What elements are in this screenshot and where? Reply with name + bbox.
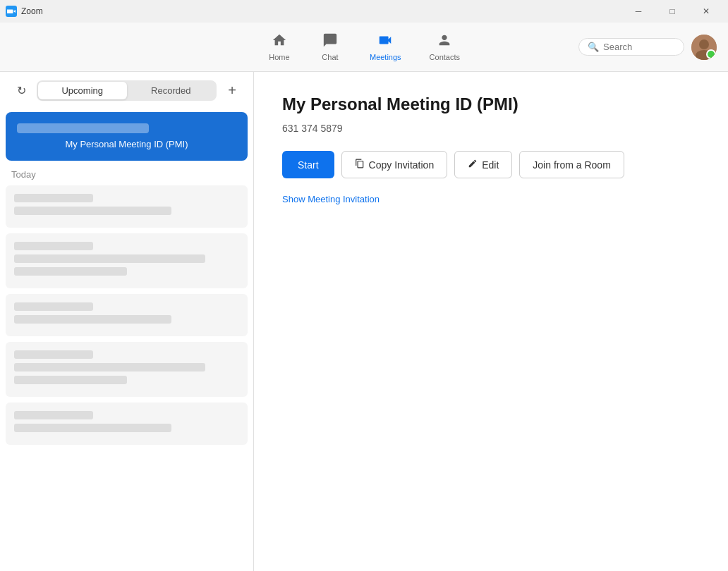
title-bar-left: Zoom [6, 6, 43, 17]
edit-button[interactable]: Edit [454, 151, 512, 178]
app-title: Zoom [21, 6, 43, 16]
chat-icon [322, 32, 338, 51]
refresh-button[interactable]: ↻ [11, 81, 31, 101]
add-meeting-button[interactable]: + [222, 81, 242, 101]
nav-label-chat: Chat [322, 53, 338, 61]
copy-icon [355, 159, 365, 171]
edit-label: Edit [482, 159, 499, 171]
tab-upcoming[interactable]: Upcoming [38, 82, 127, 99]
action-buttons: Start Copy Invitation Edi [282, 151, 700, 178]
today-label: Today [0, 164, 253, 183]
blur-line [14, 267, 127, 276]
contacts-icon [437, 32, 452, 51]
search-input[interactable] [603, 42, 674, 52]
list-item[interactable] [6, 233, 248, 288]
avatar[interactable] [691, 35, 717, 60]
meeting-blurred-time [17, 123, 149, 133]
show-meeting-invitation-link[interactable]: Show Meeting Invitation [282, 194, 380, 204]
list-item[interactable] [6, 185, 248, 228]
tab-recorded[interactable]: Recorded [127, 82, 216, 99]
blur-line [14, 302, 93, 311]
meeting-detail-title: My Personal Meeting ID (PMI) [282, 94, 700, 114]
sidebar-header: ↻ Upcoming Recorded + [0, 72, 253, 109]
meeting-id-text: 631 374 5879 [282, 123, 700, 134]
nav-label-home: Home [269, 53, 289, 61]
blur-line [14, 363, 205, 372]
minimize-button[interactable]: ─ [622, 0, 655, 23]
nav-item-home[interactable]: Home [257, 27, 302, 67]
maximize-button[interactable]: □ [656, 0, 688, 23]
list-item[interactable] [6, 403, 248, 445]
title-bar: Zoom ─ □ ✕ [0, 0, 728, 23]
avatar-image [691, 35, 717, 60]
search-box[interactable]: 🔍 [578, 38, 684, 56]
selected-meeting-item[interactable]: My Personal Meeting ID (PMI) [6, 112, 248, 161]
selected-meeting-title: My Personal Meeting ID (PMI) [17, 139, 236, 149]
blur-line [14, 207, 171, 215]
blur-line [14, 350, 93, 359]
window-controls: ─ □ ✕ [622, 0, 722, 23]
nav-right: 🔍 [576, 35, 717, 60]
edit-icon [468, 159, 478, 171]
search-icon: 🔍 [588, 42, 599, 52]
blur-line [14, 424, 171, 432]
blur-line [14, 242, 93, 250]
blur-line [14, 376, 127, 384]
nav-item-chat[interactable]: Chat [308, 27, 353, 67]
copy-invitation-button[interactable]: Copy Invitation [341, 151, 448, 178]
blur-line [14, 411, 93, 419]
list-item[interactable] [6, 294, 248, 336]
blur-line [14, 254, 205, 263]
zoom-logo-icon [6, 6, 17, 17]
nav-label-meetings: Meetings [370, 53, 401, 61]
nav-item-meetings[interactable]: Meetings [358, 27, 413, 67]
sidebar: ↻ Upcoming Recorded + My Personal Meetin… [0, 72, 254, 571]
blur-line [14, 315, 171, 324]
tab-group: Upcoming Recorded [37, 80, 217, 101]
join-from-room-button[interactable]: Join from a Room [519, 151, 624, 178]
nav-item-contacts[interactable]: Contacts [418, 27, 471, 67]
svg-point-2 [699, 39, 709, 49]
meetings-icon [377, 32, 393, 51]
nav-center: Home Chat Meetings [257, 27, 471, 67]
app-window: Home Chat Meetings [0, 23, 728, 571]
main-content: ↻ Upcoming Recorded + My Personal Meetin… [0, 72, 728, 571]
blur-line [14, 194, 93, 202]
list-item[interactable] [6, 342, 248, 397]
start-button[interactable]: Start [282, 151, 334, 178]
join-from-room-label: Join from a Room [533, 159, 610, 171]
top-nav: Home Chat Meetings [0, 23, 728, 72]
right-panel: My Personal Meeting ID (PMI) 631 374 587… [254, 72, 728, 571]
home-icon [272, 32, 287, 51]
copy-invitation-label: Copy Invitation [369, 159, 435, 171]
nav-label-contacts: Contacts [430, 53, 460, 61]
close-button[interactable]: ✕ [690, 0, 722, 23]
